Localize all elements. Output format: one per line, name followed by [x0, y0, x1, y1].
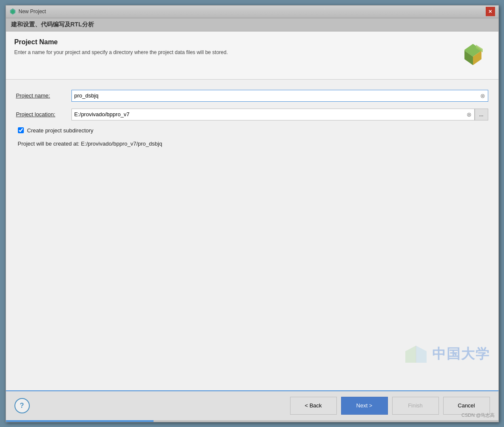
project-location-input[interactable] [71, 109, 475, 120]
project-name-row: Project name: ⊗ [16, 90, 488, 102]
project-location-label: Project location: [16, 111, 71, 117]
project-name-input[interactable] [71, 90, 488, 102]
watermark: 中国大学 [403, 344, 490, 365]
title-bar-text: New Project [19, 9, 486, 14]
next-button[interactable]: Next > [341, 397, 388, 415]
csdn-label: CSDN @马志高 [461, 412, 495, 418]
header-text: Project Name Enter a name for your proje… [14, 38, 456, 55]
project-name-clear-button[interactable]: ⊗ [479, 92, 487, 100]
project-name-label: Project name: [16, 92, 71, 99]
vivado-logo [458, 40, 488, 70]
project-location-label-text: Project location: [16, 111, 56, 117]
progress-bar [6, 420, 154, 422]
content-area: Project name: ⊗ Project location: ⊗ ... [6, 80, 498, 390]
progress-bar-container [6, 420, 498, 422]
project-name-input-wrapper: ⊗ [71, 90, 488, 102]
project-path-text: Project will be created at: E:/provivado… [16, 140, 488, 147]
app-icon [9, 8, 16, 15]
back-button[interactable]: < Back [290, 397, 337, 415]
subtitle-bar: 建和设置、代码编写及RTL分析 [6, 18, 498, 32]
svg-marker-8 [405, 346, 416, 363]
title-bar: New Project ✕ [6, 6, 498, 18]
close-button[interactable]: ✕ [486, 7, 495, 16]
footer-buttons: < Back Next > Finish Cancel [290, 397, 490, 415]
create-subdir-label: Create project subdirectory [27, 127, 94, 134]
create-subdir-row: Create project subdirectory [16, 127, 488, 134]
watermark-text: 中国大学 [432, 345, 490, 364]
browse-button[interactable]: ... [475, 109, 488, 120]
project-name-label-text: Project name: [16, 92, 50, 99]
help-button[interactable]: ? [14, 398, 30, 413]
create-subdir-checkbox[interactable] [18, 127, 24, 133]
subtitle-text: 建和设置、代码编写及RTL分析 [11, 21, 94, 28]
finish-button[interactable]: Finish [392, 397, 439, 415]
project-location-input-group: ⊗ ... [71, 109, 488, 120]
project-location-clear-button[interactable]: ⊗ [465, 111, 473, 118]
svg-marker-7 [416, 346, 427, 363]
page-title: Project Name [14, 38, 456, 46]
footer: ? < Back Next > Finish Cancel [6, 390, 498, 420]
logo-area [456, 38, 490, 72]
project-location-input-wrapper: ⊗ [71, 109, 475, 120]
header-area: Project Name Enter a name for your proje… [6, 32, 498, 80]
new-project-dialog: New Project ✕ 建和设置、代码编写及RTL分析 Project Na… [6, 5, 499, 422]
project-location-row: Project location: ⊗ ... [16, 109, 488, 120]
header-description: Enter a name for your project and specif… [14, 49, 456, 55]
watermark-book-icon [403, 344, 429, 365]
